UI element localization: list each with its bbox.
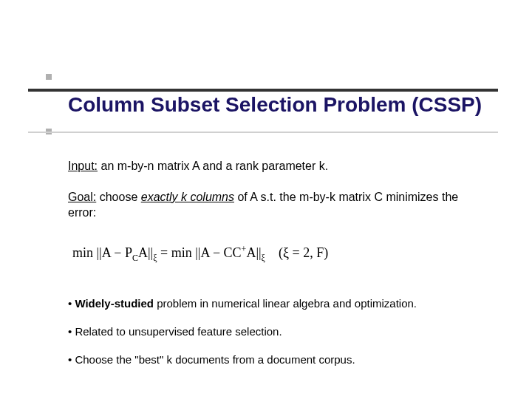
input-label: Input: <box>68 160 98 172</box>
slide-title: Column Subset Selection Problem (CSSP) <box>68 93 482 117</box>
input-line: Input: an m-by-n matrix A and a rank par… <box>68 158 482 174</box>
bullet-item: • Choose the "best" k documents from a d… <box>68 352 482 367</box>
accent-underline <box>28 132 498 133</box>
goal-pre: choose <box>96 191 140 203</box>
bullet-item: • Related to unsupervised feature select… <box>68 324 482 339</box>
accent-bar <box>28 89 498 92</box>
formula: min ||A − PCA||ξ = min ||A − CC+A||ξ (ξ … <box>72 243 482 264</box>
slide: Column Subset Selection Problem (CSSP) I… <box>0 0 532 399</box>
goal-line: Goal: choose exactly k columns of A s.t.… <box>68 189 482 221</box>
bullet-list: • Widely-studied problem in numerical li… <box>68 296 482 368</box>
slide-body: Input: an m-by-n matrix A and a rank par… <box>68 158 482 381</box>
accent-square-icon <box>46 74 52 80</box>
goal-label: Goal: <box>68 191 96 203</box>
goal-emph: exactly k columns <box>141 191 234 203</box>
bullet-item: • Widely-studied problem in numerical li… <box>68 296 482 311</box>
input-text: an m-by-n matrix A and a rank parameter … <box>98 160 328 172</box>
